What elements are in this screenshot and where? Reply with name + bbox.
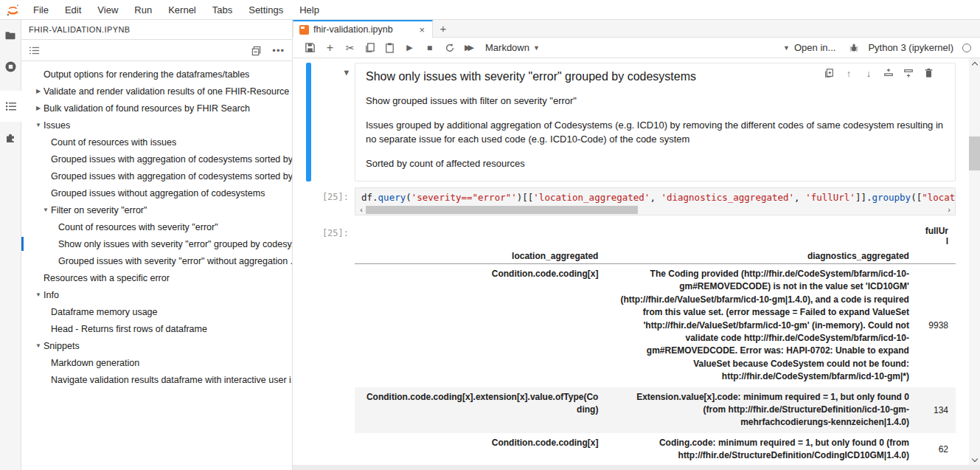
toc-item-label: Validate and render validation results o… xyxy=(44,86,289,97)
toc-item[interactable]: Grouped issues with aggregation of codes… xyxy=(21,167,292,184)
delete-cell-icon[interactable] xyxy=(922,66,935,80)
menu-settings[interactable]: Settings xyxy=(240,0,291,19)
extensions-icon[interactable] xyxy=(0,122,21,153)
code-cell[interactable]: [25]: df.query('severity=="error"')[['lo… xyxy=(306,187,956,215)
menu-run[interactable]: Run xyxy=(126,0,160,19)
tab-bar: fhir-validation.ipynb × + xyxy=(293,20,980,38)
fullurl-count-cell: 62 xyxy=(917,433,956,465)
menu-tabs[interactable]: Tabs xyxy=(204,0,240,19)
table-of-contents-icon[interactable] xyxy=(0,91,21,122)
code-editor[interactable]: df.query('severity=="error"')[['location… xyxy=(355,187,956,215)
heading-collapser-icon[interactable]: ▼ xyxy=(344,68,349,77)
chevron-right-icon[interactable]: ▶ xyxy=(33,88,44,94)
cell-type-value: Markdown xyxy=(485,42,529,53)
toc-item[interactable]: Grouped issues without aggregation of co… xyxy=(21,184,292,201)
toc-item[interactable]: ▼Issues xyxy=(21,117,292,134)
kernel-status-icon[interactable] xyxy=(962,44,971,52)
run-cell-icon[interactable]: ▶ xyxy=(400,39,420,57)
chevron-down-icon[interactable]: ▼ xyxy=(41,207,51,213)
toc-item[interactable]: Head - Returns first rows of dataframe xyxy=(21,320,292,337)
toc-item[interactable]: Show only issues with severity "error" g… xyxy=(21,235,292,252)
menu-file[interactable]: File xyxy=(25,0,57,19)
location-aggregated-cell: Condition.code.coding[x] xyxy=(355,264,605,387)
dataframe-body: Condition.code.coding[x]The Coding provi… xyxy=(355,264,956,466)
code-horizontal-scrollbar[interactable]: ‹ › xyxy=(355,205,955,215)
markdown-cell[interactable]: ▼ Show only issues with severity "error"… xyxy=(306,63,956,182)
menu-edit[interactable]: Edit xyxy=(57,0,89,19)
open-in-label: Open in... xyxy=(794,42,835,53)
jupyter-logo-icon xyxy=(0,3,25,17)
toc-item[interactable]: Resources with a specific error xyxy=(21,269,292,286)
scrollbar-thumb[interactable] xyxy=(969,136,980,170)
kernel-name[interactable]: Python 3 (ipykernel) xyxy=(866,42,955,53)
move-cell-down-icon[interactable]: ↓ xyxy=(862,66,875,80)
running-kernels-icon[interactable] xyxy=(0,51,21,82)
restart-kernel-icon[interactable] xyxy=(439,39,459,57)
scroll-right-icon[interactable]: › xyxy=(945,205,953,215)
scrollbar-thumb[interactable] xyxy=(366,206,638,214)
code-token: ( xyxy=(406,192,411,203)
interrupt-kernel-icon[interactable]: ■ xyxy=(420,39,439,57)
chevron-down-icon: ▼ xyxy=(783,44,790,52)
tab-fhir-validation[interactable]: fhir-validation.ipynb × xyxy=(293,20,433,38)
toc-item-label: Bulk validation of found resources by FH… xyxy=(44,103,250,114)
input-prompt: [25]: xyxy=(306,187,355,215)
empty-header-cell xyxy=(605,224,917,249)
insert-cell-icon[interactable]: + xyxy=(320,39,340,57)
open-in-dropdown[interactable]: ▼ Open in... xyxy=(777,42,841,53)
toc-item[interactable]: Count of resources with severity "error" xyxy=(21,218,292,235)
toc-item[interactable]: ▶Validate and render validation results … xyxy=(21,83,292,100)
toc-item[interactable]: Markdown generation xyxy=(21,354,292,371)
insert-cell-below-icon[interactable] xyxy=(902,66,915,80)
table-row: Condition.code.coding[x].extension[x].va… xyxy=(355,387,956,433)
cut-cells-icon[interactable]: ✂ xyxy=(340,39,360,57)
insert-cell-above-icon[interactable] xyxy=(882,66,895,80)
toc-item[interactable]: ▼Info xyxy=(21,286,292,303)
code-token: df xyxy=(361,192,372,203)
toc-item[interactable]: Count of resources with issues xyxy=(21,134,292,151)
duplicate-cell-icon[interactable] xyxy=(822,66,835,80)
file-browser-icon[interactable] xyxy=(0,20,21,51)
toc-item-label: Count of resources with issues xyxy=(51,137,176,148)
copy-cells-icon[interactable] xyxy=(360,39,380,57)
more-options-icon[interactable]: ••• xyxy=(272,45,285,56)
new-tab-button[interactable]: + xyxy=(433,20,453,37)
toc-item[interactable]: Output options for rendering the datafra… xyxy=(21,66,292,83)
menu-kernel[interactable]: Kernel xyxy=(160,0,204,19)
toc-list-icon[interactable] xyxy=(29,45,40,56)
restart-run-all-icon[interactable]: ▶▶ xyxy=(459,39,479,57)
chevron-down-icon[interactable]: ▼ xyxy=(33,291,44,298)
chevron-down-icon[interactable]: ▼ xyxy=(33,122,44,128)
toc-item[interactable]: Navigate validation results dataframe wi… xyxy=(21,371,292,388)
paste-cells-icon[interactable] xyxy=(380,39,400,57)
toc-item-label: Grouped issues with severity "error" wit… xyxy=(58,256,292,266)
toc-item[interactable]: Grouped issues with severity "error" wit… xyxy=(21,252,292,269)
bottom-edge xyxy=(293,465,980,470)
chevron-down-icon[interactable]: ▼ xyxy=(33,342,44,349)
code-token: 'severity=="error"' xyxy=(411,192,517,203)
empty-header-cell xyxy=(355,224,605,249)
move-cell-up-icon[interactable]: ↑ xyxy=(842,66,855,80)
selected-cell-bar[interactable] xyxy=(306,63,311,182)
debugger-bug-icon[interactable] xyxy=(849,43,859,53)
scroll-up-icon[interactable] xyxy=(969,58,980,69)
toc-item[interactable]: ▼Snippets xyxy=(21,337,292,354)
save-icon[interactable] xyxy=(300,39,320,57)
scroll-left-icon[interactable]: ‹ xyxy=(357,205,366,215)
collapse-all-icon[interactable] xyxy=(251,45,262,56)
menu-help[interactable]: Help xyxy=(291,0,327,19)
cell-type-dropdown[interactable]: Markdown ▼ xyxy=(479,42,546,53)
toc-item[interactable]: Dataframe memory usage xyxy=(21,303,292,320)
chevron-right-icon[interactable]: ▶ xyxy=(33,105,44,111)
table-row: Condition.code.coding[x]Coding.code: min… xyxy=(355,433,956,465)
toc-item[interactable]: Grouped issues with aggregation of codes… xyxy=(21,151,292,167)
menu-view[interactable]: View xyxy=(89,0,126,19)
tab-close-icon[interactable]: × xyxy=(417,24,426,35)
code-line: df.query('severity=="error"')[['location… xyxy=(355,188,955,205)
scroll-down-icon[interactable] xyxy=(969,455,980,465)
notebook-toolbar: + ✂ ▶ ■ xyxy=(293,38,980,58)
toc-item[interactable]: ▶Bulk validation of found resources by F… xyxy=(21,100,292,117)
toc-item[interactable]: ▼Filter on severity "error" xyxy=(21,201,292,218)
jupyterlab-window: File Edit View Run Kernel Tabs Settings … xyxy=(0,0,980,470)
vertical-scrollbar[interactable] xyxy=(969,58,980,465)
